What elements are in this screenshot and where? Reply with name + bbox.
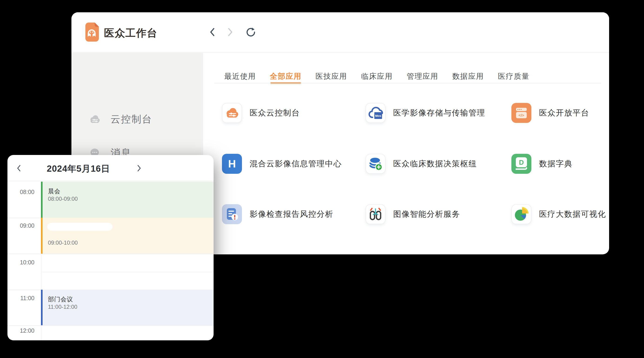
event-color-bar xyxy=(41,218,42,254)
svg-text:D: D xyxy=(519,159,524,166)
calendar-panel: 2024年5月16日 08:00 09:00 10:00 11:00 12:00… xyxy=(8,155,214,340)
tab-bar: 最近使用 全部应用 医技应用 临床应用 管理应用 数据应用 医疗质量 xyxy=(224,68,530,83)
time-label: 10:00 xyxy=(8,259,34,266)
calendar-prev-button[interactable] xyxy=(14,163,24,173)
letter-h-icon: H xyxy=(222,154,242,174)
time-label: 12:00 xyxy=(8,327,34,334)
sidebar-item-cloud-console[interactable]: 云控制台 xyxy=(72,112,203,127)
svg-text:</>: </> xyxy=(518,113,524,118)
cloud-sliders-icon xyxy=(222,103,242,123)
app-report-risk-analysis[interactable]: 影像检查报告风控分析 xyxy=(222,204,334,224)
app-logo-icon xyxy=(84,22,99,42)
event-time: 08:00-09:00 xyxy=(48,196,78,202)
code-window-icon: </> xyxy=(512,103,532,123)
forward-button[interactable] xyxy=(225,27,236,37)
hour-gridline xyxy=(8,254,214,254)
redacted-title-pill xyxy=(47,223,112,231)
tab-data-apps[interactable]: 数据应用 xyxy=(452,68,484,83)
app-name: 影像检查报告风控分析 xyxy=(250,209,334,219)
event-title: 晨会 xyxy=(48,187,60,195)
report-risk-icon xyxy=(222,204,242,224)
tab-clinical-apps[interactable]: 临床应用 xyxy=(361,68,393,83)
event-title: 部门会议 xyxy=(48,295,73,303)
pie-chart-icon xyxy=(512,204,532,224)
time-label: 11:00 xyxy=(8,295,34,302)
calendar-date: 2024年5月16日 xyxy=(42,163,114,175)
window-header: 医众工作台 xyxy=(72,12,609,52)
event-color-bar xyxy=(41,182,42,218)
calendar-event-morning-meeting[interactable]: 晨会 08:00-09:00 xyxy=(41,182,214,218)
app-name: 医众临床数据决策枢纽 xyxy=(393,159,477,169)
app-open-platform[interactable]: </> 医众开放平台 xyxy=(512,103,589,123)
tab-recently-used[interactable]: 最近使用 xyxy=(224,68,256,83)
chevron-right-icon xyxy=(137,165,141,172)
calendar-event-department-meeting[interactable]: 部门会议 11:00-12:00 xyxy=(41,290,214,325)
tab-management-apps[interactable]: 管理应用 xyxy=(407,68,438,83)
app-cloud-console[interactable]: 医众云控制台 xyxy=(222,103,300,123)
event-color-bar xyxy=(41,290,42,325)
app-clinical-data-hub[interactable]: 医众临床数据决策枢纽 xyxy=(366,154,477,174)
app-name: 图像智能分析服务 xyxy=(393,209,460,219)
svg-text:Mos: Mos xyxy=(375,114,381,118)
time-label: 08:00 xyxy=(8,189,34,195)
tab-divider xyxy=(214,83,601,83)
calendar-header: 2024年5月16日 xyxy=(8,155,214,181)
cloud-box-icon: Mos xyxy=(366,103,386,123)
half-hour-gridline xyxy=(41,272,214,272)
app-image-ai-analysis[interactable]: 图像智能分析服务 xyxy=(366,204,460,224)
back-button[interactable] xyxy=(207,27,218,37)
hour-gridline xyxy=(8,325,214,326)
app-hybrid-cloud-imaging-center[interactable]: H 混合云影像信息管理中心 xyxy=(222,154,342,174)
app-name: 数据字典 xyxy=(539,159,572,169)
event-time: 09:00-10:00 xyxy=(48,239,78,246)
tab-medtech-apps[interactable]: 医技应用 xyxy=(316,68,347,83)
app-big-data-visualization[interactable]: 医疗大数据可视化 xyxy=(512,204,606,224)
app-name: 医疗大数据可视化 xyxy=(539,209,606,219)
tab-all-apps[interactable]: 全部应用 xyxy=(270,68,302,83)
time-label: 09:00 xyxy=(8,222,34,229)
sidebar-item-label: 云控制台 xyxy=(110,113,152,126)
app-data-dictionary[interactable]: D 数据字典 xyxy=(512,154,572,174)
tab-medical-quality[interactable]: 医疗质量 xyxy=(498,68,530,83)
app-name: 医众开放平台 xyxy=(539,108,589,118)
lungs-icon xyxy=(366,204,386,224)
desktop-background: 医众工作台 xyxy=(0,0,644,358)
chevron-right-icon xyxy=(228,28,233,36)
app-imaging-storage-transfer[interactable]: Mos 医学影像存储与传输管理 xyxy=(366,103,485,123)
chevron-left-icon xyxy=(210,28,215,36)
app-name: 医学影像存储与传输管理 xyxy=(393,108,485,118)
app-name: 医众云控制台 xyxy=(250,108,300,118)
calendar-event-redacted[interactable]: 09:00-10:00 xyxy=(41,218,214,254)
dictionary-book-icon: D xyxy=(512,154,532,174)
app-name: 混合云影像信息管理中心 xyxy=(250,159,342,169)
database-plus-icon xyxy=(366,154,386,174)
window-title: 医众工作台 xyxy=(104,26,158,40)
calendar-next-button[interactable] xyxy=(134,163,144,173)
chevron-left-icon xyxy=(17,165,21,172)
event-time: 11:00-12:00 xyxy=(48,304,77,310)
refresh-icon xyxy=(246,27,256,37)
refresh-button[interactable] xyxy=(246,27,256,37)
cloud-settings-icon xyxy=(89,114,100,125)
